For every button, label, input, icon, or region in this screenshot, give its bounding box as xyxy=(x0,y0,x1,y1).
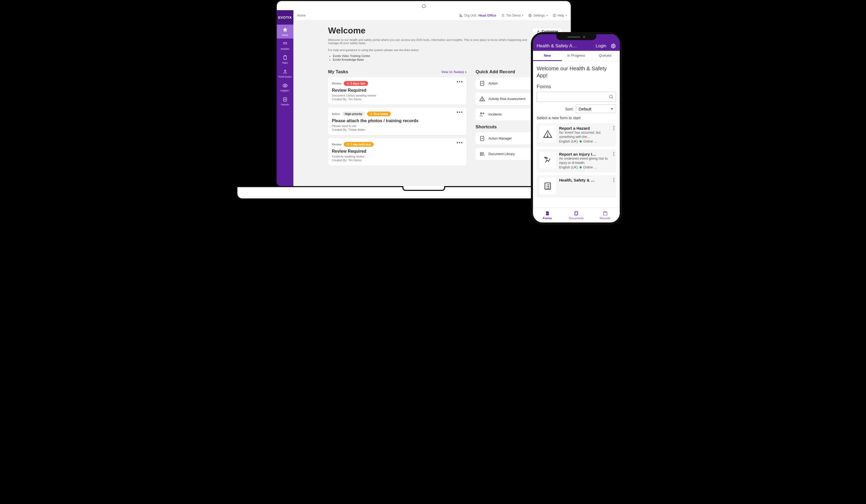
search-icon xyxy=(609,94,613,99)
records-icon xyxy=(602,211,608,216)
task-card[interactable]: ••• Review 1 day until due Review Re xyxy=(328,138,467,165)
bottom-nav-label: Forms xyxy=(543,217,552,220)
phone-camera xyxy=(583,36,585,38)
form-title: Health, Safety & … xyxy=(559,178,613,182)
mobile-tabs: New In Progress Queued xyxy=(533,51,620,61)
form-card-hse[interactable]: Health, Safety & … xyxy=(537,175,616,197)
task-more-menu[interactable]: ••• xyxy=(457,81,463,83)
form-card-injury[interactable]: Report an Injury I… An undesired event g… xyxy=(537,149,616,172)
task-created-by: Created By: Tim Demo xyxy=(332,98,463,101)
check-shield-icon xyxy=(479,136,485,141)
svg-rect-6 xyxy=(284,56,287,59)
documents-icon xyxy=(574,211,579,216)
brand-logo: EVOTIX xyxy=(277,10,293,25)
task-title: Review Required xyxy=(332,149,463,154)
sidebar-item-reports[interactable]: Reports xyxy=(277,94,293,108)
check-shield-icon xyxy=(479,80,485,87)
chevron-down-icon: ▾ xyxy=(522,14,523,17)
sort-select[interactable]: Default ▾ xyxy=(576,105,616,113)
svg-point-4 xyxy=(285,43,285,44)
chevron-down-icon: ▾ xyxy=(566,14,567,17)
sidebar-item-modules[interactable]: Modules xyxy=(277,38,293,53)
welcome-link[interactable]: Evotix Video Training Centre xyxy=(333,54,532,57)
task-card[interactable]: ••• Review 3 days late Review Require xyxy=(328,77,467,105)
injury-icon xyxy=(540,152,556,169)
svg-point-22 xyxy=(612,45,614,47)
bottom-nav-records[interactable]: Records xyxy=(591,208,620,222)
form-title: Report an Injury I… xyxy=(559,152,613,157)
task-type: Action xyxy=(332,112,340,115)
mobile-scroll[interactable]: Welcome our Health & Safety App! Forms S… xyxy=(533,61,620,207)
sidebar-item-portal-queue[interactable]: Portal Queue xyxy=(277,66,293,80)
tab-new[interactable]: New xyxy=(533,51,562,61)
desktop-app: EVOTIX Home Modules Tasks xyxy=(277,10,571,186)
sidebar-item-tasks[interactable]: Tasks xyxy=(277,53,293,66)
task-more-menu[interactable]: ••• xyxy=(457,142,463,144)
task-card[interactable]: ••• Action High priority Due today xyxy=(328,108,467,135)
badge-label: 1 day until due xyxy=(351,143,371,146)
search-input[interactable] xyxy=(539,94,609,99)
form-online: Online … xyxy=(583,140,597,143)
task-title: Review Required xyxy=(332,88,463,93)
org-unit-selector[interactable]: Org Unit: Head Office xyxy=(459,14,496,18)
tab-queued[interactable]: Queued xyxy=(591,51,620,61)
form-online: Online … xyxy=(583,165,597,169)
laptop-trackpad-notch xyxy=(402,186,445,191)
svg-point-24 xyxy=(547,136,548,137)
content-area: Welcome Welcome to our health and safety… xyxy=(293,21,571,186)
more-menu[interactable] xyxy=(613,152,614,156)
form-desc: An undesired event giving rise to injury… xyxy=(559,157,613,165)
gear-icon xyxy=(528,14,532,18)
grid-icon xyxy=(282,41,288,47)
svg-point-0 xyxy=(283,42,284,43)
task-created-by: Created By: Tristan Alden xyxy=(332,128,463,131)
forms-search[interactable] xyxy=(537,92,616,102)
svg-rect-12 xyxy=(461,16,462,17)
user-queue-icon xyxy=(282,69,288,75)
sort-label: Sort: xyxy=(565,107,574,111)
sidebar-item-label: Portal Queue xyxy=(278,76,291,78)
clipboard-icon xyxy=(282,55,288,60)
bottom-nav-forms[interactable]: Forms xyxy=(533,208,562,222)
svg-point-2 xyxy=(286,42,287,43)
sidebar: EVOTIX Home Modules Tasks xyxy=(277,10,293,186)
svg-rect-11 xyxy=(460,16,461,17)
task-title: Please attach the photos / training reco… xyxy=(332,118,463,123)
help-icon xyxy=(553,14,556,18)
warning-icon xyxy=(479,96,485,102)
svg-point-21 xyxy=(480,113,482,114)
more-menu[interactable] xyxy=(613,178,614,182)
svg-rect-10 xyxy=(460,14,461,15)
task-subtitle: Incidents awaiting review xyxy=(332,155,463,158)
breadcrumb[interactable]: Home xyxy=(297,14,306,18)
tab-in-progress[interactable]: In Progress xyxy=(562,51,591,61)
badge-label: Due today xyxy=(374,112,388,115)
svg-point-7 xyxy=(284,70,286,71)
more-menu[interactable] xyxy=(613,126,614,130)
login-link[interactable]: Login xyxy=(596,44,606,48)
settings-menu[interactable]: Settings ▾ xyxy=(528,14,547,18)
home-icon xyxy=(282,27,288,33)
task-more-menu[interactable]: ••• xyxy=(457,112,463,113)
welcome-para-1: Welcome to our health and safety portal … xyxy=(328,38,532,45)
help-menu[interactable]: Help ▾ xyxy=(553,14,567,18)
task-priority-pill: High priority xyxy=(342,112,365,116)
form-card-hazard[interactable]: Report a Hazard No 'event' has occurred,… xyxy=(537,123,616,146)
online-indicator xyxy=(579,166,582,169)
sidebar-item-home[interactable]: Home xyxy=(277,25,293,38)
welcome-link[interactable]: Evotix Knowledge Base xyxy=(333,58,532,61)
user-menu[interactable]: Tim Demo ▾ xyxy=(501,14,524,18)
laptop-screen: EVOTIX Home Modules Tasks xyxy=(276,0,572,187)
gear-icon[interactable] xyxy=(611,43,616,49)
bottom-nav-label: Documents xyxy=(569,217,584,220)
user-icon xyxy=(501,14,505,18)
bottom-nav-documents[interactable]: Documents xyxy=(562,208,591,222)
sidebar-item-insights[interactable]: Insights+ xyxy=(277,80,293,94)
page-title: Welcome xyxy=(328,26,532,36)
mobile-bottom-nav: Forms Documents Records xyxy=(533,207,620,222)
form-lang: English (UK) xyxy=(559,165,578,169)
view-all-tasks[interactable]: View 11 Task(s) xyxy=(442,69,467,75)
task-type: Review xyxy=(332,143,342,146)
form-lang: English (UK) xyxy=(559,140,578,143)
svg-point-5 xyxy=(286,43,287,44)
